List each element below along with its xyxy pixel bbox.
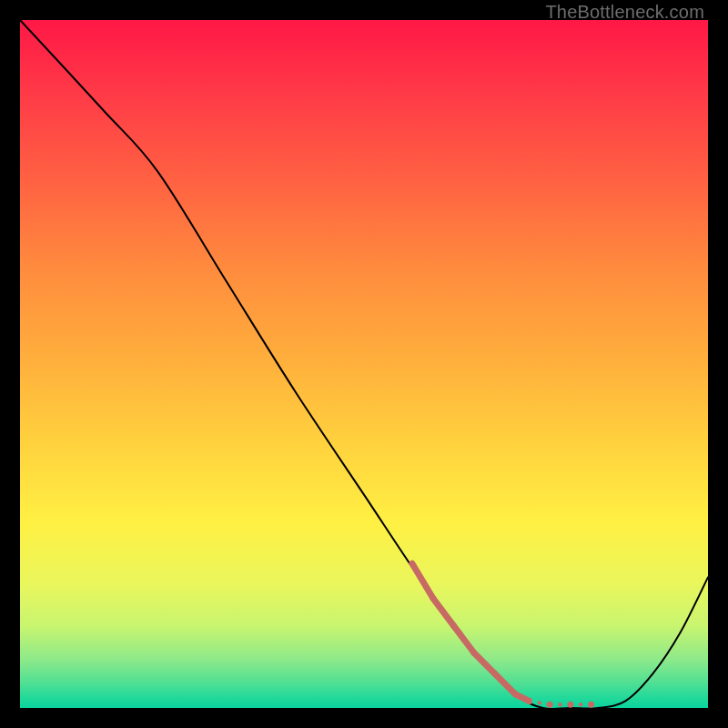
svg-line-4 xyxy=(495,673,516,694)
svg-point-6 xyxy=(526,698,532,704)
svg-point-7 xyxy=(538,701,541,704)
ideal-range-marker xyxy=(412,563,594,707)
chart-frame: TheBottleneck.com xyxy=(0,0,728,728)
svg-line-3 xyxy=(474,653,495,674)
svg-point-12 xyxy=(588,702,594,708)
bottleneck-curve-line xyxy=(20,20,708,709)
svg-point-9 xyxy=(558,703,561,706)
chart-svg xyxy=(20,20,708,708)
svg-point-8 xyxy=(547,702,553,708)
svg-line-2 xyxy=(453,625,474,652)
svg-point-11 xyxy=(579,703,582,706)
chart-plot-area xyxy=(20,20,708,708)
svg-point-10 xyxy=(567,702,573,708)
svg-line-0 xyxy=(412,563,433,598)
svg-line-1 xyxy=(433,598,454,625)
